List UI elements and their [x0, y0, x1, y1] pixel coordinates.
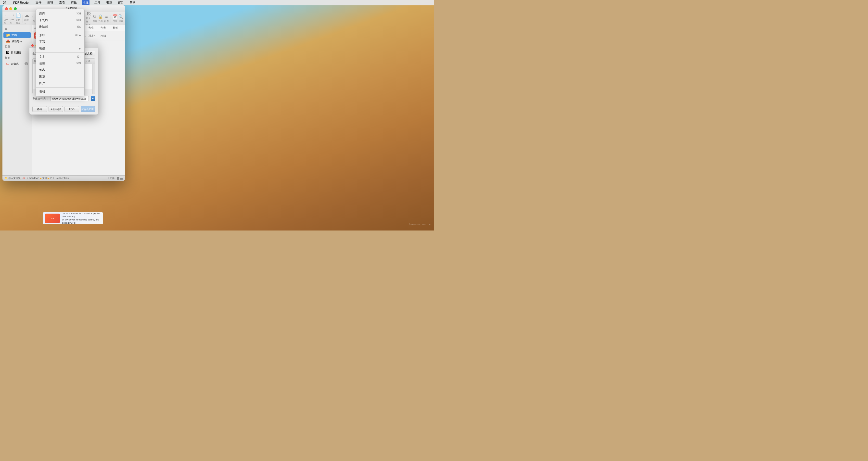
menu-goto[interactable]: 前往 [70, 0, 78, 5]
menu-edit[interactable]: 编辑 [46, 0, 54, 5]
menu-shape[interactable]: 形状 ⌘P [36, 32, 84, 38]
remove-button[interactable]: 移除 [32, 106, 47, 112]
cloud-button[interactable]: ☁ 凯锁云 [24, 13, 30, 24]
col-dim: 尺寸 [84, 59, 95, 64]
traffic-lights [5, 7, 17, 10]
sidebar-item-recent[interactable]: 📥 最新导入 [3, 38, 31, 44]
tag-icon: 🏷 [6, 62, 9, 66]
upgrade-icon: 🔒 [98, 14, 103, 19]
menu-annotate[interactable]: 批注 [82, 0, 90, 5]
date-button[interactable]: 📅 日期 [112, 13, 118, 24]
menu-window[interactable]: 窗口 [117, 0, 125, 5]
menu-view[interactable]: 查看 [58, 0, 66, 5]
menu-bookmarks[interactable]: 书签 [105, 0, 113, 5]
breadcrumb-pdffiles[interactable]: PDF Reader files [50, 177, 69, 180]
promo-banner[interactable]: PDF Get PDF Reader for iOS and enjoy the… [43, 212, 103, 224]
sidebar-item-unnamed-tag[interactable]: 🏷 未命名 0 [3, 61, 31, 67]
menu-strikethrough[interactable]: 删除线 ⌘S [36, 24, 84, 30]
menu-image[interactable]: 图片 [36, 80, 84, 87]
sort-icon: ≡ [105, 14, 108, 19]
refresh-button[interactable]: ↻ 刷新 [92, 13, 97, 24]
menu-sticker-shortcut: ⌘N [76, 62, 81, 65]
tag-badge: 0 [25, 62, 28, 65]
upgrade-button[interactable]: 🔒 升级 [98, 13, 103, 24]
tag-bottom-icon: 🏷 [23, 177, 25, 180]
view-buttons: ⊞ ☰ [117, 176, 123, 180]
import-folder-label: 导入文件夹 [8, 177, 21, 180]
menu-strikethrough-shortcut: ⌘S [76, 25, 81, 28]
apple-menu[interactable]: ⌘ [2, 0, 7, 5]
separator-3 [111, 15, 111, 23]
tags-section-title: 标签 [2, 56, 32, 61]
menu-help[interactable]: 帮助 [129, 0, 136, 5]
refresh-icon: ↻ [93, 14, 96, 19]
upload-button[interactable]: ↑ 上传 [30, 13, 36, 24]
export-arrow-button[interactable]: ▼ [91, 96, 95, 101]
menu-table[interactable]: 表格 [36, 88, 84, 95]
list-view-button[interactable]: ☰ [120, 176, 123, 180]
col-size[interactable]: 大小 [88, 26, 100, 30]
sidebar-item-documents[interactable]: 📁 文档 [3, 32, 31, 38]
menu-text[interactable]: 文本 ⌘T [36, 54, 84, 60]
menu-underline-shortcut: ⌘U [76, 19, 81, 22]
search-button[interactable]: 🔍 搜索 [118, 13, 124, 24]
menu-highlight[interactable]: 高亮 ⌘H [36, 10, 84, 17]
tag-button[interactable]: 🏷 [23, 177, 25, 180]
sort-label: 排序 [104, 20, 108, 23]
breadcrumb-home-icon: ↑ [27, 177, 28, 180]
file-author-cell: 未知 [100, 34, 113, 37]
cancel-button[interactable]: 取消 [64, 106, 79, 112]
col-author[interactable]: 作者 [100, 26, 113, 30]
import-folder-icon: 📁 [4, 177, 7, 180]
sidebar: 库 📁 文档 📥 最新导入 位置 🖼 日常用图 标签 🏷 未命名 0 [2, 25, 32, 175]
remove-all-button[interactable]: 全部移除 [49, 106, 63, 112]
file-size-cell: 35.5K [88, 34, 100, 37]
watermark-right: © www.MacDown.com [409, 223, 431, 225]
bottom-bar: 📁 导入文件夹 🏷 ↑ macdown ▶ 文稿 ▶ PDF Reader fi… [2, 175, 125, 181]
menu-signature[interactable]: 签名 [36, 67, 84, 73]
breadcrumb-macdown[interactable]: macdown [29, 177, 39, 180]
search-icon: 🔍 [118, 14, 124, 19]
doc-read-button[interactable]: 📄 文档阅读 [16, 13, 21, 24]
grid-view-button[interactable]: ⊞ [117, 176, 119, 180]
close-button[interactable] [5, 7, 8, 10]
sort-button[interactable]: ≡ 排序 [104, 13, 109, 24]
img-to-pdf-button[interactable]: 🖼 图片转PDF [86, 13, 91, 24]
minimize-button[interactable] [9, 7, 12, 10]
date-label: 日期 [113, 20, 117, 23]
doc-read-label: 文档阅读 [16, 19, 21, 25]
forward-icon: → [10, 12, 15, 18]
menubar: ⌘ PDF Reader 文件 编辑 查看 前往 批注 工具 书签 窗口 帮助 [0, 0, 434, 5]
dialog-footer: 移除 全部移除 取消 保存为PDF [29, 106, 98, 115]
back-label: 上一步 [4, 18, 9, 25]
menu-underline[interactable]: 下划线 ⌘U [36, 17, 84, 24]
export-path-input[interactable] [51, 96, 89, 101]
promo-app-icon: PDF [45, 214, 60, 223]
save-as-pdf-button[interactable]: 保存为PDF [81, 106, 95, 112]
location-section-title: 位置 [2, 44, 32, 49]
maximize-button[interactable] [14, 7, 17, 10]
recent-icon: 📥 [6, 39, 10, 43]
menu-stamp[interactable]: 图章 [36, 73, 84, 80]
import-folder-button[interactable]: 📁 导入文件夹 [4, 177, 21, 180]
col-tags[interactable]: 标签 [113, 26, 123, 30]
dropdown-menu: 高亮 ⌘H 下划线 ⌘U 删除线 ⌘S 形状 ⌘P 手写 链接 文本 ⌘T 便签… [36, 9, 85, 96]
sidebar-item-daily[interactable]: 🖼 日常用图 [3, 50, 31, 55]
menu-tools[interactable]: 工具 [93, 0, 101, 5]
cloud-icon: ☁ [25, 12, 29, 18]
dialog-close-button[interactable] [31, 44, 34, 47]
back-button[interactable]: ← 上一步 [4, 13, 9, 24]
folder-icon: 📁 [6, 33, 10, 37]
menu-file[interactable]: 文件 [35, 0, 42, 5]
back-icon: ← [4, 12, 9, 18]
menu-link[interactable]: 链接 [36, 45, 84, 52]
menu-pdfreader[interactable]: PDF Reader [12, 0, 31, 5]
cloud-label: 凯锁云 [24, 19, 30, 25]
breadcrumb-wenao[interactable]: 文稿 [42, 177, 47, 180]
menu-sticker[interactable]: 便签 ⌘N [36, 60, 84, 67]
img-to-pdf-label: 图片转PDF [86, 17, 91, 26]
library-section-title: 库 [2, 27, 32, 32]
forward-button[interactable]: → 下一步 [10, 13, 15, 24]
menu-handwrite[interactable]: 手写 [36, 38, 84, 45]
dialog-scrollbar[interactable] [92, 64, 95, 94]
